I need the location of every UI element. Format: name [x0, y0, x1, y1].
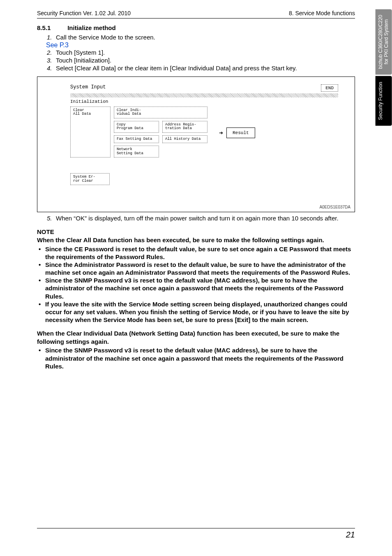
- step-num: 3.: [47, 57, 52, 64]
- fig-initialization: Initialization: [70, 99, 338, 104]
- fig-all-history-button[interactable]: All History Data: [162, 135, 208, 143]
- arrow-icon: ➜: [219, 130, 223, 136]
- fig-copy-program-button[interactable]: Copy Program Data: [114, 121, 159, 133]
- note-lead-2: When the Clear Individual Data (Network …: [37, 329, 355, 345]
- step-num: 4.: [47, 65, 52, 72]
- fig-clear-all-button[interactable]: Clear All Data: [70, 107, 111, 158]
- bullet-item: Since the CE Password is reset to the de…: [39, 245, 355, 261]
- note-lead-1: When the Clear All Data function has bee…: [37, 236, 355, 244]
- fig-fax-setting-button[interactable]: Fax Setting Data: [114, 135, 159, 143]
- section-title: Initialize method: [67, 24, 116, 31]
- step-text: When “OK” is displayed, turn off the mai…: [56, 215, 339, 222]
- side-tab-security: Security Function: [376, 76, 392, 126]
- side-tab-model: bizhub C360/C280/C220 for PKI Card Syste…: [376, 9, 392, 74]
- fig-network-setting-button[interactable]: Network Setting Data: [114, 146, 159, 158]
- step-text: Select [Clear All Data] or the clear ite…: [56, 65, 297, 72]
- header-left: Security Function Ver. 1.02 Jul. 2010: [37, 10, 131, 16]
- bullet-item: Since the SNMP Password v3 is reset to t…: [39, 276, 355, 300]
- section-heading: 8.5.1 Initialize method: [37, 24, 355, 31]
- section-number: 8.5.1: [37, 24, 66, 31]
- fig-result-box: Result: [226, 127, 255, 138]
- step-text: Touch [System 1].: [56, 49, 105, 56]
- see-link[interactable]: See P.3: [46, 42, 355, 49]
- fig-system-error-clear-button[interactable]: System Er- ror Clear: [70, 173, 110, 185]
- fig-clear-individual-button[interactable]: Clear Indi- vidual Data: [114, 107, 208, 118]
- fig-end-button[interactable]: END: [321, 84, 338, 92]
- bullet-item: Since the SNMP Password v3 is reset to t…: [39, 346, 355, 370]
- header-right: 8. Service Mode functions: [289, 10, 355, 16]
- bullet-item: Since the Administrator Password is rese…: [39, 261, 355, 276]
- step-text: Touch [Initialization].: [56, 57, 111, 64]
- step-num: 2.: [47, 49, 52, 56]
- fig-address-reg-button[interactable]: Address Regis- tration Data: [162, 121, 208, 133]
- step-num: 1.: [47, 34, 52, 41]
- step-text: Call the Service Mode to the screen.: [56, 34, 155, 41]
- step-num: 5.: [47, 215, 52, 222]
- fig-divider: [70, 93, 338, 97]
- note-bullets-1: Since the CE Password is reset to the de…: [39, 245, 355, 324]
- fig-system-input: System Input: [70, 84, 106, 90]
- page-number: 21: [346, 530, 355, 539]
- figure-code: A0EDS1E037DA: [319, 205, 350, 209]
- bullet-item: If you leave the site with the Service M…: [39, 300, 355, 324]
- note-bullets-2: Since the SNMP Password v3 is reset to t…: [39, 346, 355, 370]
- note-heading: NOTE: [37, 228, 355, 235]
- screenshot-figure: System Input END Initialization Clear Al…: [37, 76, 355, 212]
